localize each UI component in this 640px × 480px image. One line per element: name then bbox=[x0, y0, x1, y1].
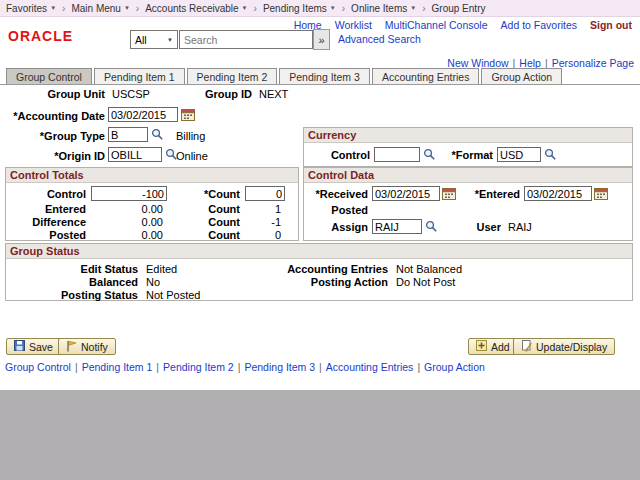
control-count-label: *Count bbox=[174, 188, 240, 200]
add-plus-icon bbox=[476, 340, 487, 353]
tab-group-control[interactable]: Group Control bbox=[6, 68, 92, 84]
origin-id-input[interactable] bbox=[108, 147, 162, 162]
multichannel-console-link[interactable]: MultiChannel Console bbox=[385, 19, 488, 31]
breadcrumb-label: Accounts Receivable bbox=[145, 3, 238, 14]
calendar-icon[interactable] bbox=[594, 186, 608, 201]
breadcrumb-separator-icon: › bbox=[422, 3, 425, 14]
group-type-input[interactable] bbox=[108, 127, 148, 142]
home-link[interactable]: Home bbox=[294, 19, 322, 31]
currency-format-input[interactable] bbox=[497, 147, 541, 162]
currency-groupbox: Currency Control *Format bbox=[303, 127, 633, 167]
difference-count-label: Count bbox=[174, 216, 240, 228]
dropdown-arrow-icon: ▼ bbox=[50, 5, 56, 11]
footer-link-pending-item-1[interactable]: Pending Item 1 bbox=[82, 361, 153, 373]
breadcrumb-label: Online Items bbox=[351, 3, 407, 14]
breadcrumb-label: Favorites bbox=[6, 3, 47, 14]
advanced-search-link[interactable]: Advanced Search bbox=[338, 33, 421, 45]
breadcrumb-item-online-items[interactable]: Online Items ▼ bbox=[351, 3, 416, 14]
currency-format-label: *Format bbox=[427, 149, 493, 161]
add-to-favorites-link[interactable]: Add to Favorites bbox=[501, 19, 577, 31]
edit-status-label: Edit Status bbox=[6, 263, 138, 275]
entered-amount-value: 0.00 bbox=[91, 203, 163, 215]
assign-input[interactable] bbox=[372, 219, 422, 234]
tab-group-action[interactable]: Group Action bbox=[481, 68, 562, 84]
search-scope-value: All bbox=[135, 34, 147, 46]
lookup-icon[interactable] bbox=[543, 147, 557, 162]
footer-link-accounting-entries[interactable]: Accounting Entries bbox=[326, 361, 414, 373]
group-status-title: Group Status bbox=[6, 244, 632, 259]
currency-control-input[interactable] bbox=[374, 147, 420, 162]
group-status-groupbox: Group Status Edit Status Edited Accounti… bbox=[5, 243, 633, 301]
tab-pending-item-2[interactable]: Pending Item 2 bbox=[187, 68, 278, 84]
sign-out-link[interactable]: Sign out bbox=[590, 19, 632, 31]
calendar-icon[interactable] bbox=[181, 107, 195, 122]
difference-count-value: -1 bbox=[245, 216, 281, 228]
group-unit-label: Group Unit bbox=[20, 88, 105, 100]
entered-amount-label: Entered bbox=[6, 203, 86, 215]
notify-button-label: Notify bbox=[81, 341, 108, 353]
tab-accounting-entries[interactable]: Accounting Entries bbox=[372, 68, 480, 84]
received-date-label: *Received bbox=[304, 188, 368, 200]
page-footer-nav: Group Control | Pending Item 1 | Pending… bbox=[5, 361, 485, 373]
separator: | bbox=[417, 361, 420, 373]
breadcrumb-item-favorites[interactable]: Favorites ▼ bbox=[6, 3, 56, 14]
posted-amount-value: 0.00 bbox=[91, 229, 163, 241]
dropdown-arrow-icon: ▼ bbox=[242, 5, 248, 11]
footer-link-pending-item-3[interactable]: Pending Item 3 bbox=[244, 361, 315, 373]
breadcrumb: Favorites ▼ › Main Menu ▼ › Accounts Rec… bbox=[0, 0, 640, 17]
group-id-label: Group ID bbox=[180, 88, 252, 100]
breadcrumb-label: Group Entry bbox=[432, 3, 486, 14]
notify-button[interactable]: Notify bbox=[58, 338, 116, 355]
separator: | bbox=[319, 361, 322, 373]
lookup-icon[interactable] bbox=[150, 127, 164, 142]
update-display-icon bbox=[521, 340, 532, 354]
origin-id-label: *Origin ID bbox=[0, 150, 105, 162]
posted-count-value: 0 bbox=[245, 229, 281, 241]
posting-action-value: Do Not Post bbox=[396, 276, 455, 288]
lookup-icon[interactable] bbox=[424, 219, 438, 234]
tab-bar: Group Control Pending Item 1 Pending Ite… bbox=[6, 68, 562, 84]
worklist-link[interactable]: Worklist bbox=[335, 19, 372, 31]
save-icon bbox=[14, 340, 25, 353]
control-amount-input[interactable] bbox=[91, 186, 167, 201]
balanced-label: Balanced bbox=[6, 276, 138, 288]
personalize-page-link[interactable]: Personalize Page bbox=[552, 57, 634, 69]
posted-amount-label: Posted bbox=[6, 229, 86, 241]
group-unit-value: USCSP bbox=[112, 88, 150, 100]
breadcrumb-separator-icon: › bbox=[342, 3, 345, 14]
save-button[interactable]: Save bbox=[6, 338, 61, 355]
update-display-button-label: Update/Display bbox=[536, 341, 607, 353]
received-date-input[interactable] bbox=[372, 186, 440, 201]
update-display-button[interactable]: Update/Display bbox=[513, 338, 615, 355]
footer-link-group-action[interactable]: Group Action bbox=[424, 361, 485, 373]
group-type-description: Billing bbox=[176, 130, 205, 142]
search-scope-dropdown[interactable]: All ▼ bbox=[130, 30, 178, 49]
accounting-date-input[interactable] bbox=[108, 107, 178, 122]
posting-status-value: Not Posted bbox=[146, 289, 200, 301]
posted-count-label: Count bbox=[174, 229, 240, 241]
breadcrumb-item-main-menu[interactable]: Main Menu ▼ bbox=[71, 3, 129, 14]
control-count-input[interactable] bbox=[245, 186, 285, 201]
search-input[interactable] bbox=[179, 30, 313, 49]
currency-groupbox-title: Currency bbox=[304, 128, 632, 143]
breadcrumb-item-group-entry[interactable]: Group Entry bbox=[432, 3, 486, 14]
posted-date-label: Posted bbox=[304, 204, 368, 216]
breadcrumb-label: Main Menu bbox=[71, 3, 120, 14]
control-data-groupbox: Control Data *Received *Entered Posted A… bbox=[303, 167, 633, 241]
add-button[interactable]: Add bbox=[468, 338, 518, 355]
breadcrumb-item-pending-items[interactable]: Pending Items ▼ bbox=[263, 3, 336, 14]
difference-amount-value: 0.00 bbox=[91, 216, 163, 228]
tab-pending-item-1[interactable]: Pending Item 1 bbox=[94, 68, 185, 84]
footer-link-group-control[interactable]: Group Control bbox=[5, 361, 71, 373]
control-totals-groupbox: Control Totals Control *Count Entered 0.… bbox=[5, 167, 299, 241]
search-go-button[interactable]: » bbox=[313, 29, 330, 50]
entered-date-input[interactable] bbox=[524, 186, 592, 201]
breadcrumb-separator-icon: › bbox=[136, 3, 139, 14]
footer-link-pending-item-2[interactable]: Pending Item 2 bbox=[163, 361, 234, 373]
breadcrumb-item-accounts-receivable[interactable]: Accounts Receivable ▼ bbox=[145, 3, 247, 14]
posting-action-label: Posting Action bbox=[246, 276, 388, 288]
tab-pending-item-3[interactable]: Pending Item 3 bbox=[279, 68, 370, 84]
breadcrumb-label: Pending Items bbox=[263, 3, 327, 14]
save-button-label: Save bbox=[29, 341, 53, 353]
dropdown-arrow-icon: ▼ bbox=[410, 5, 416, 11]
